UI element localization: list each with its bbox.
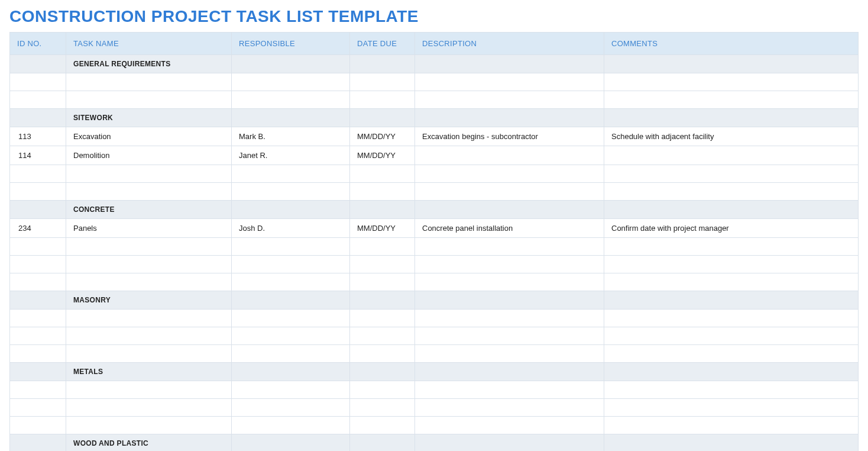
cell-task[interactable] <box>66 345 232 363</box>
section-cell <box>604 434 859 452</box>
cell-responsible[interactable] <box>232 417 350 434</box>
cell-comments[interactable] <box>604 327 859 345</box>
cell-description[interactable] <box>415 73 604 91</box>
section-cell <box>604 201 859 219</box>
cell-due[interactable] <box>350 238 415 256</box>
cell-id[interactable] <box>10 327 66 345</box>
cell-description[interactable] <box>415 417 604 434</box>
cell-id[interactable] <box>10 345 66 363</box>
cell-comments[interactable] <box>604 146 859 165</box>
cell-id[interactable] <box>10 238 66 256</box>
cell-comments[interactable] <box>604 256 859 273</box>
cell-comments[interactable] <box>604 345 859 363</box>
cell-task[interactable] <box>66 238 232 256</box>
cell-description[interactable] <box>415 327 604 345</box>
cell-due[interactable] <box>350 310 415 327</box>
cell-description[interactable] <box>415 310 604 327</box>
cell-id[interactable]: 114 <box>10 146 66 165</box>
cell-task[interactable] <box>66 165 232 183</box>
cell-description[interactable] <box>415 183 604 201</box>
cell-description[interactable] <box>415 91 604 109</box>
cell-comments[interactable]: Schedule with adjacent facility <box>604 127 859 146</box>
cell-responsible[interactable] <box>232 273 350 291</box>
cell-comments[interactable] <box>604 183 859 201</box>
cell-responsible[interactable] <box>232 256 350 273</box>
cell-comments[interactable] <box>604 73 859 91</box>
cell-responsible[interactable] <box>232 381 350 399</box>
cell-comments[interactable] <box>604 165 859 183</box>
cell-comments[interactable]: Confirm date with project manager <box>604 219 859 238</box>
cell-task[interactable]: Demolition <box>66 146 232 165</box>
cell-comments[interactable] <box>604 381 859 399</box>
section-cell <box>604 109 859 127</box>
cell-due[interactable] <box>350 73 415 91</box>
cell-id[interactable]: 234 <box>10 219 66 238</box>
cell-responsible[interactable]: Mark B. <box>232 127 350 146</box>
cell-description[interactable] <box>415 381 604 399</box>
cell-responsible[interactable] <box>232 91 350 109</box>
cell-id[interactable] <box>10 183 66 201</box>
cell-comments[interactable] <box>604 417 859 434</box>
cell-id[interactable] <box>10 399 66 417</box>
cell-id[interactable] <box>10 273 66 291</box>
cell-due[interactable] <box>350 381 415 399</box>
cell-id[interactable] <box>10 381 66 399</box>
cell-comments[interactable] <box>604 273 859 291</box>
cell-due[interactable] <box>350 165 415 183</box>
cell-responsible[interactable]: Josh D. <box>232 219 350 238</box>
cell-responsible[interactable] <box>232 165 350 183</box>
cell-description[interactable]: Concrete panel installation <box>415 219 604 238</box>
cell-description[interactable] <box>415 146 604 165</box>
cell-responsible[interactable] <box>232 345 350 363</box>
cell-responsible[interactable] <box>232 327 350 345</box>
cell-task[interactable] <box>66 73 232 91</box>
cell-due[interactable] <box>350 183 415 201</box>
cell-id[interactable] <box>10 256 66 273</box>
cell-description[interactable] <box>415 399 604 417</box>
cell-description[interactable] <box>415 345 604 363</box>
cell-task[interactable] <box>66 91 232 109</box>
cell-due[interactable]: MM/DD/YY <box>350 127 415 146</box>
cell-responsible[interactable] <box>232 399 350 417</box>
cell-description[interactable]: Excavation begins - subcontractor <box>415 127 604 146</box>
cell-task[interactable] <box>66 273 232 291</box>
cell-task[interactable]: Excavation <box>66 127 232 146</box>
cell-task[interactable] <box>66 381 232 399</box>
cell-task[interactable] <box>66 310 232 327</box>
cell-task[interactable] <box>66 256 232 273</box>
cell-due[interactable] <box>350 327 415 345</box>
cell-id[interactable] <box>10 165 66 183</box>
cell-due[interactable] <box>350 417 415 434</box>
cell-due[interactable] <box>350 273 415 291</box>
cell-due[interactable] <box>350 399 415 417</box>
cell-id[interactable]: 113 <box>10 127 66 146</box>
cell-comments[interactable] <box>604 238 859 256</box>
cell-due[interactable] <box>350 91 415 109</box>
cell-task[interactable] <box>66 183 232 201</box>
cell-task[interactable] <box>66 327 232 345</box>
cell-responsible[interactable] <box>232 238 350 256</box>
cell-due[interactable]: MM/DD/YY <box>350 219 415 238</box>
cell-id[interactable] <box>10 310 66 327</box>
cell-comments[interactable] <box>604 310 859 327</box>
cell-responsible[interactable]: Janet R. <box>232 146 350 165</box>
cell-comments[interactable] <box>604 399 859 417</box>
cell-comments[interactable] <box>604 91 859 109</box>
cell-task[interactable] <box>66 417 232 434</box>
cell-task[interactable] <box>66 399 232 417</box>
cell-description[interactable] <box>415 273 604 291</box>
section-cell <box>232 291 350 310</box>
cell-due[interactable] <box>350 256 415 273</box>
cell-description[interactable] <box>415 165 604 183</box>
cell-id[interactable] <box>10 91 66 109</box>
cell-description[interactable] <box>415 256 604 273</box>
cell-due[interactable]: MM/DD/YY <box>350 146 415 165</box>
cell-task[interactable]: Panels <box>66 219 232 238</box>
cell-id[interactable] <box>10 417 66 434</box>
cell-id[interactable] <box>10 73 66 91</box>
cell-due[interactable] <box>350 345 415 363</box>
cell-responsible[interactable] <box>232 310 350 327</box>
cell-responsible[interactable] <box>232 183 350 201</box>
cell-responsible[interactable] <box>232 73 350 91</box>
cell-description[interactable] <box>415 238 604 256</box>
